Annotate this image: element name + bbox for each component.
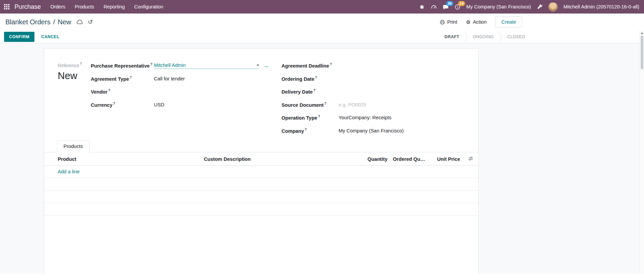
form-view: Reference? New Purchase Representative?	[0, 43, 644, 274]
action-button[interactable]: ⚙ Action	[466, 19, 487, 25]
caret-down-icon[interactable]	[257, 65, 259, 66]
column-ordered-quantity: Ordered Qu…	[390, 152, 426, 166]
column-product: Product	[44, 152, 201, 166]
products-table: Product Custom Description Quantity Orde…	[44, 152, 478, 216]
app-name[interactable]: Purchase	[15, 3, 41, 10]
breadcrumb-separator: /	[53, 18, 55, 26]
field-company: Company? My Company (San Francisco)	[281, 127, 471, 135]
purchase-representative-input[interactable]	[154, 63, 257, 68]
reference-block: Reference? New	[58, 62, 91, 140]
company-switcher[interactable]: My Company (San Francisco)	[466, 4, 531, 9]
table-empty-row	[44, 203, 478, 216]
reference-value: New	[58, 70, 91, 81]
field-ordering-date: Ordering Date?	[281, 75, 471, 83]
gauge-icon[interactable]	[431, 4, 437, 10]
form-statusbar: CONFIRM CANCEL DRAFT ONGOING CLOSED	[0, 30, 644, 43]
scroll-up-arrow-icon[interactable]	[641, 32, 643, 34]
column-custom-description: Custom Description	[201, 152, 350, 166]
cancel-button[interactable]: CANCEL	[41, 34, 59, 39]
field-agreement-deadline: Agreement Deadline?	[281, 62, 471, 70]
help-icon: ?	[330, 63, 332, 66]
user-avatar[interactable]	[548, 2, 558, 11]
operation-type-value[interactable]: YourCompany: Receipts	[339, 114, 392, 121]
help-icon: ?	[150, 63, 152, 66]
menu-products[interactable]: Products	[70, 0, 99, 14]
chevron-separator-icon	[464, 31, 468, 42]
help-icon: ?	[108, 89, 110, 92]
internal-link-arrow-icon[interactable]: →	[263, 63, 269, 69]
notebook-tabs: Products	[44, 140, 478, 152]
help-icon: ?	[305, 128, 307, 131]
apps-menu-icon[interactable]	[4, 4, 10, 10]
help-icon: ?	[130, 76, 132, 79]
menu-reporting[interactable]: Reporting	[99, 0, 130, 14]
field-vendor: Vendor?	[91, 88, 273, 96]
field-delivery-date: Delivery Date?	[281, 88, 471, 96]
tab-products[interactable]: Products	[57, 140, 89, 152]
field-operation-type: Operation Type? YourCompany: Receipts	[281, 114, 471, 122]
form-sheet: Reference? New Purchase Representative?	[44, 48, 479, 274]
column-quantity: Quantity	[350, 152, 390, 166]
optional-columns-icon[interactable]	[468, 156, 473, 162]
stage-draft[interactable]: DRAFT	[445, 34, 459, 39]
print-button[interactable]: Print	[440, 19, 457, 25]
activities-count-badge: 14	[458, 1, 465, 6]
help-icon: ?	[80, 62, 82, 66]
user-menu[interactable]: Mitchell Admin (20570120-16-0-all)	[563, 4, 639, 9]
source-document-input[interactable]	[339, 102, 416, 107]
form-left-column: Purchase Representative? → Agreeme	[91, 62, 273, 140]
table-header-row: Product Custom Description Quantity Orde…	[44, 152, 478, 166]
top-navbar: Purchase Orders Products Reporting Confi…	[0, 0, 644, 14]
help-icon: ?	[318, 115, 320, 118]
scrollbar-thumb[interactable]	[641, 35, 643, 69]
messages-icon[interactable]: 36	[442, 4, 449, 10]
navbar-systray: 36 14 My Company (San Francisco) Mitchel…	[419, 2, 639, 11]
breadcrumb: Blanket Orders / New	[5, 18, 71, 26]
gear-icon: ⚙	[466, 20, 471, 25]
purchase-representative-field[interactable]	[154, 63, 259, 69]
field-purchase-representative: Purchase Representative? →	[91, 62, 273, 70]
form-right-column: Agreement Deadline? Ordering Date? Deliv…	[281, 62, 471, 140]
messages-count-badge: 36	[446, 1, 453, 6]
wrench-icon[interactable]	[537, 4, 543, 10]
help-icon: ?	[313, 89, 315, 92]
column-unit-price: Unit Price	[426, 152, 463, 166]
add-line-row: Add a line	[44, 166, 478, 178]
reference-label: Reference?	[58, 62, 91, 68]
table-empty-row	[44, 178, 478, 191]
stage-pipeline: DRAFT ONGOING CLOSED	[445, 31, 525, 42]
stage-ongoing[interactable]: ONGOING	[473, 34, 494, 39]
discard-undo-icon[interactable]: ↺	[88, 19, 93, 25]
field-currency: Currency? USD	[91, 101, 273, 109]
company-value[interactable]: My Company (San Francisco)	[339, 127, 404, 134]
currency-value[interactable]: USD	[154, 101, 164, 108]
help-icon: ?	[315, 76, 317, 79]
table-empty-row	[44, 191, 478, 203]
control-panel: Blanket Orders / New ↺ Print ⚙ Action Cr…	[0, 14, 644, 30]
help-icon: ?	[324, 102, 326, 105]
help-icon: ?	[113, 102, 115, 105]
save-cloud-icon[interactable]	[77, 20, 83, 24]
activities-clock-icon[interactable]: 14	[454, 4, 460, 10]
main-menu: Orders Products Reporting Configuration	[46, 0, 168, 14]
chevron-separator-icon	[499, 31, 502, 42]
confirm-button[interactable]: CONFIRM	[4, 32, 34, 42]
printer-icon	[440, 20, 445, 25]
menu-configuration[interactable]: Configuration	[130, 0, 168, 14]
field-source-document: Source Document?	[281, 101, 471, 109]
agreement-type-value[interactable]: Call for tender	[154, 75, 185, 82]
vertical-scrollbar[interactable]	[639, 30, 644, 274]
menu-orders[interactable]: Orders	[46, 0, 70, 14]
breadcrumb-parent[interactable]: Blanket Orders	[5, 18, 50, 26]
create-button[interactable]: Create	[495, 17, 522, 27]
stage-closed[interactable]: CLOSED	[507, 34, 525, 39]
add-a-line-link[interactable]: Add a line	[58, 169, 80, 174]
field-agreement-type: Agreement Type? Call for tender	[91, 75, 273, 83]
breadcrumb-current: New	[58, 18, 71, 26]
bug-icon[interactable]	[419, 4, 425, 10]
